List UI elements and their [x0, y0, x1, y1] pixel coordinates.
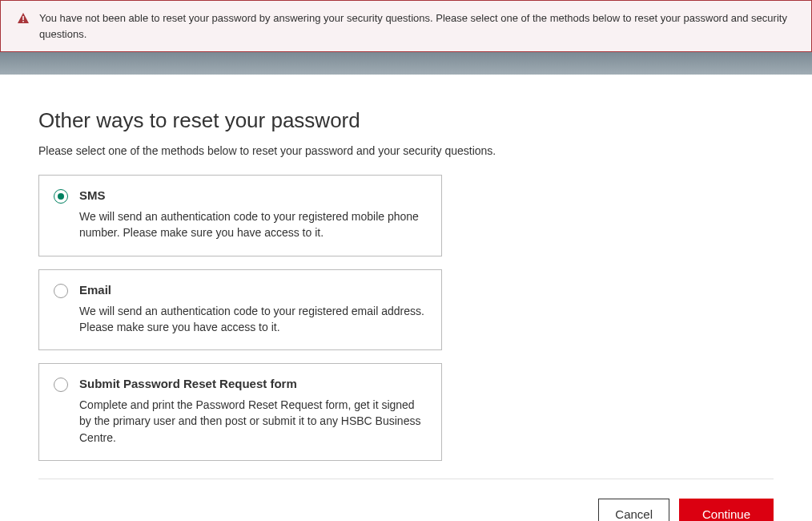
cancel-button[interactable]: Cancel	[598, 499, 669, 521]
option-sms-title: SMS	[79, 188, 427, 202]
option-form[interactable]: Submit Password Reset Request form Compl…	[38, 363, 442, 461]
divider	[38, 479, 774, 479]
option-email-description: We will send an authentication code to y…	[79, 303, 427, 336]
option-sms-content: SMS We will send an authentication code …	[79, 188, 427, 241]
continue-button[interactable]: Continue	[679, 499, 774, 521]
page-title: Other ways to reset your password	[38, 108, 774, 133]
main-content-card: Other ways to reset your password Please…	[0, 75, 812, 521]
radio-form[interactable]	[54, 378, 68, 392]
option-sms-description: We will send an authentication code to y…	[79, 208, 427, 241]
background-spacer	[0, 52, 812, 75]
option-email-title: Email	[79, 283, 427, 297]
radio-sms[interactable]	[54, 189, 68, 204]
option-form-description: Complete and print the Password Reset Re…	[79, 397, 427, 446]
button-row: Cancel Continue	[38, 499, 774, 521]
warning-icon	[17, 12, 30, 28]
svg-rect-0	[22, 16, 24, 20]
option-email[interactable]: Email We will send an authentication cod…	[38, 269, 442, 351]
alert-message: You have not been able to reset your pas…	[39, 10, 795, 42]
option-form-title: Submit Password Reset Request form	[79, 377, 427, 390]
svg-rect-1	[22, 21, 24, 22]
option-form-content: Submit Password Reset Request form Compl…	[79, 377, 427, 446]
radio-email[interactable]	[54, 284, 68, 298]
page-subtitle: Please select one of the methods below t…	[38, 144, 774, 157]
option-sms[interactable]: SMS We will send an authentication code …	[38, 175, 442, 256]
alert-banner: You have not been able to reset your pas…	[0, 0, 812, 52]
option-email-content: Email We will send an authentication cod…	[79, 283, 427, 336]
